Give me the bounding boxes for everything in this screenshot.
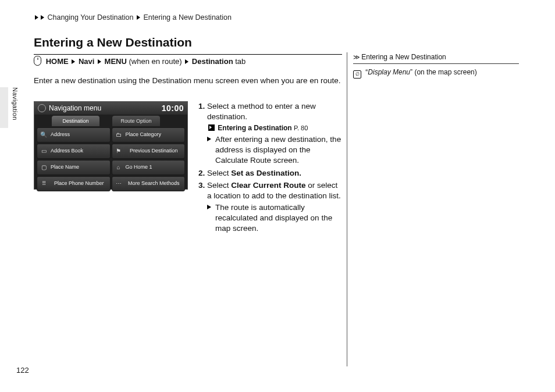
- chevron-right-icon: [137, 15, 140, 20]
- reference-icon: [208, 124, 215, 131]
- ref-page: P. 80: [294, 124, 308, 131]
- step-2: Select Set as Destination.: [207, 168, 342, 179]
- step-1-ref: Entering a Destination P. 80: [208, 123, 342, 133]
- voice-icon: ∅: [353, 70, 361, 79]
- step-1-text: Select a method to enter a new destinati…: [207, 102, 316, 121]
- sidebar-title: ≫ Entering a New Destination: [353, 52, 519, 64]
- folder-icon: 🗀: [115, 131, 123, 139]
- tag-icon: ▢: [40, 163, 48, 172]
- breadcrumb-level1: Changing Your Destination: [47, 13, 133, 22]
- navpath-home: HOME: [46, 57, 69, 66]
- step-3-text-a: Select: [207, 181, 231, 190]
- breadcrumb: Changing Your Destination Entering a New…: [34, 13, 232, 23]
- globe-icon: [38, 104, 46, 112]
- chevron-right-icon: [35, 15, 38, 20]
- double-chevron-icon: ≫: [353, 54, 358, 60]
- menu-item-previous-destination[interactable]: ⚑ Previous Destination: [112, 144, 186, 159]
- voice-suffix: (on the map screen): [412, 68, 477, 76]
- mouse-icon: [34, 56, 41, 66]
- home-icon: ⌂: [115, 163, 123, 172]
- step-3: Select Clear Current Route or select a l…: [207, 180, 342, 234]
- menu-item-label: Previous Destination: [126, 148, 183, 154]
- section-tab: Navigation: [10, 87, 19, 120]
- menu-item-place-category[interactable]: 🗀 Place Category: [112, 127, 186, 142]
- chevron-right-icon: [72, 59, 75, 64]
- menu-item-more-methods[interactable]: ⋯ More Search Methods: [112, 176, 186, 191]
- menu-item-address[interactable]: 🔍 Address: [37, 127, 111, 142]
- ref-label: Entering a Destination: [218, 124, 291, 132]
- step-3-action: Clear Current Route: [231, 181, 305, 190]
- tab-route-option[interactable]: Route Option: [112, 116, 160, 126]
- chevron-right-icon: [98, 59, 101, 64]
- navpath-tab: tab: [235, 57, 246, 66]
- voice-command: Display Menu: [368, 68, 410, 76]
- navpath-paren: (when en route): [129, 57, 182, 66]
- nav-menu-tabs: Destination Route Option: [34, 115, 187, 126]
- keypad-icon: ⠿: [40, 180, 48, 188]
- book-icon: ▭: [40, 147, 48, 155]
- magnifier-icon: 🔍: [40, 131, 48, 139]
- step-1: Select a method to enter a new destinati…: [207, 101, 342, 166]
- menu-item-label: Go Home 1: [126, 165, 183, 170]
- step-1-result: After entering a new destination, the ad…: [207, 134, 342, 166]
- step-2-text-a: Select: [207, 169, 231, 177]
- menu-item-address-book[interactable]: ▭ Address Book: [37, 144, 111, 159]
- menu-item-place-name[interactable]: ▢ Place Name: [37, 160, 111, 175]
- navpath-navi: Navi: [79, 57, 94, 66]
- side-tab-bg: [0, 87, 8, 128]
- step-2-action: Set as Destination.: [231, 169, 301, 177]
- menu-item-label: Place Phone Number: [51, 181, 108, 186]
- menu-item-label: Address: [51, 132, 108, 137]
- sidebar-notes: ≫ Entering a New Destination ∅ “Display …: [347, 52, 519, 366]
- clock-value: 10:00: [162, 102, 184, 115]
- sidebar-title-text: Entering a New Destination: [361, 53, 446, 61]
- breadcrumb-level2: Entering a New Destination: [143, 13, 231, 22]
- nav-menu-grid: 🔍 Address 🗀 Place Category ▭ Address Boo…: [34, 126, 187, 194]
- navigation-menu-screenshot: Navigation menu 10:00 Destination Route …: [34, 101, 188, 190]
- step-3-result: The route is automatically recalculated …: [207, 202, 342, 234]
- dots-icon: ⋯: [115, 180, 123, 188]
- menu-item-go-home[interactable]: ⌂ Go Home 1: [112, 160, 186, 175]
- menu-item-label: Place Name: [51, 165, 108, 170]
- instruction-steps: Select a method to enter a new destinati…: [197, 101, 342, 237]
- navpath-menu: MENU: [105, 57, 127, 66]
- page-number: 122: [16, 365, 29, 376]
- nav-menu-title: Navigation menu: [49, 102, 101, 115]
- page-title: Entering a New Destination: [34, 34, 342, 55]
- menu-item-label: Place Category: [126, 132, 183, 137]
- tab-destination[interactable]: Destination: [52, 116, 99, 126]
- navpath-dest: Destination: [192, 57, 233, 66]
- menu-item-place-phone[interactable]: ⠿ Place Phone Number: [37, 176, 111, 191]
- menu-item-label: Address Book: [51, 148, 108, 154]
- chevron-right-icon: [41, 15, 44, 20]
- chevron-right-icon: [185, 59, 188, 64]
- flag-icon: ⚑: [115, 147, 123, 155]
- nav-menu-titlebar: Navigation menu 10:00: [34, 102, 187, 115]
- menu-item-label: More Search Methods: [126, 181, 183, 186]
- voice-command-line: ∅ “Display Menu” (on the map screen): [353, 67, 519, 79]
- nav-path: HOME Navi MENU (when en route) Destinati…: [34, 56, 246, 67]
- intro-text: Enter a new destination using the Destin…: [34, 76, 342, 86]
